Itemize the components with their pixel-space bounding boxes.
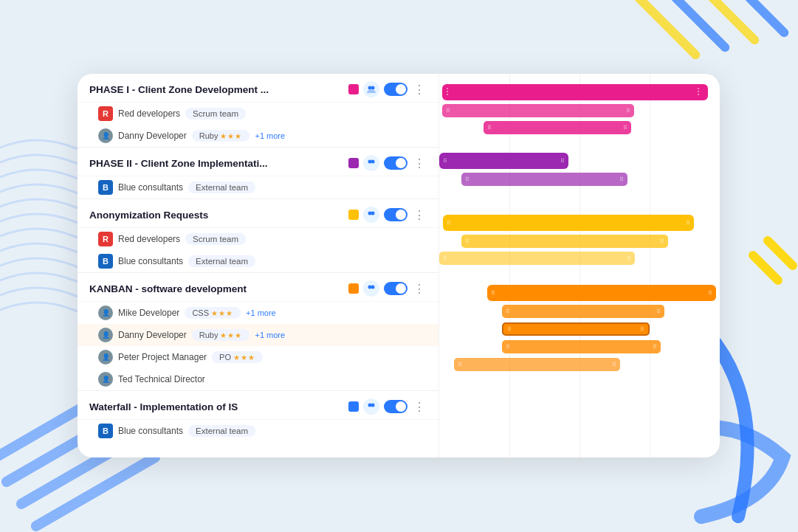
red-dev-badge: Scrum team [185,108,246,120]
phase1-bar-main [442,84,708,100]
phase1-avatar-group [363,81,379,97]
anon-menu[interactable]: ⋮ [412,208,427,222]
kanban-bar-mike: ⠿ ⠿ [502,305,664,318]
kanban-avatar-group [363,280,379,297]
danny-more-p1[interactable]: +1 more [255,131,285,140]
section-anon-header: Anonymization Requests ⋮ [78,198,438,228]
blue-cons-badge-wf: External team [188,425,255,437]
phase2-row-blue: B Blue consultants External team [78,176,438,198]
peter-avatar: 👤 [98,350,113,365]
ted-avatar: 👤 [98,372,113,387]
phase1-toggle[interactable] [384,83,407,96]
svg-rect-3 [29,450,162,532]
kanban-row-peter: 👤 Peter Project Manager PO ★★★ [78,346,438,368]
svg-rect-7 [721,0,790,39]
anon-avatar-group [363,207,379,223]
phase1-color-dot [348,84,359,94]
anon-title: Anonymization Requests [89,210,344,221]
peter-name: Peter Project Manager [118,352,207,362]
svg-point-15 [371,212,375,215]
mike-more[interactable]: +1 more [246,308,276,317]
svg-point-19 [371,404,375,407]
danny-avatar-p1: 👤 [98,128,113,143]
phase2-menu[interactable]: ⋮ [412,156,427,170]
waterfall-toggle[interactable] [384,400,407,413]
kanban-bar-peter: ⠿ ⠿ [502,340,661,353]
kanban-bar-danny: ⠿ ⠿ [502,322,650,336]
grid-line-3 [650,74,650,457]
mike-avatar: 👤 [98,305,113,320]
blue-cons-avatar-p2: B [98,180,113,195]
phase1-title: PHASE I - Client Zone Development ... [89,84,344,95]
danny-skill-p1: Ruby ★★★ [192,130,250,142]
danny-more-k[interactable]: +1 more [255,331,285,339]
waterfall-color-dot [348,401,359,412]
kanban-bar-ted: ⠿ ⠿ [454,358,620,371]
svg-point-11 [371,86,375,90]
kanban-row-mike: 👤 Mike Developer CSS ★★★ +1 more [78,302,438,324]
red-dev-badge-anon: Scrum team [185,233,246,245]
anon-bar-sub2: ⠿ ⠿ [439,252,635,265]
blue-cons-name-anon: Blue consultants [118,256,183,266]
red-dev-avatar: R [98,106,113,121]
kanban-bar-main: ⠿ ⠿ [487,285,716,301]
mike-name: Mike Developer [118,308,179,318]
gantt-panel: ⠿ ⠿ ⠿ ⠿ ⠿ ⠿ ⠿ ⠿ ⠿ ⠿ ⠿ ⠿ ⠿ ⠿ [439,74,720,457]
section-phase1-header: PHASE I - Client Zone Development ... ⋮ [78,74,438,103]
phase1-menu[interactable]: ⋮ [412,83,427,97]
svg-rect-4 [633,0,701,61]
svg-rect-9 [762,235,798,272]
svg-rect-5 [662,0,731,54]
phase2-bar-main: ⠿ ⠿ [439,153,568,169]
kanban-menu[interactable]: ⋮ [412,282,427,296]
red-dev-name-anon: Red developers [118,234,180,244]
phase1-bar-sub2: ⠿ ⠿ [484,121,631,134]
kanban-color-dot [348,283,359,294]
waterfall-menu[interactable]: ⋮ [412,400,427,414]
blue-cons-badge-anon: External team [188,255,255,267]
anon-row-red: R Red developers Scrum team [78,228,438,250]
phase2-bar-sub1: ⠿ ⠿ [461,173,627,186]
svg-rect-6 [692,0,760,46]
blue-cons-badge-p2: External team [188,182,255,193]
waterfall-avatar-group [363,398,379,415]
section-kanban-header: KANBAN - software development ⋮ [78,272,438,302]
kanban-row-danny: 👤 Danny Developer Ruby ★★★ +1 more [78,324,438,346]
blue-cons-name-p2: Blue consultants [118,182,183,193]
danny-skill-k: Ruby ★★★ [192,329,250,341]
kanban-row-ted: 👤 Ted Technical Director [78,368,438,390]
danny-avatar-k: 👤 [98,328,113,342]
svg-point-13 [371,160,375,164]
danny-name-k: Danny Developer [118,330,187,340]
anon-color-dot [348,210,359,220]
danny-name-p1: Danny Developer [118,131,187,141]
peter-skill: PO ★★★ [212,351,263,363]
svg-rect-8 [747,249,785,287]
phase2-toggle[interactable] [384,156,407,170]
red-dev-avatar-anon: R [98,232,113,246]
main-card: PHASE I - Client Zone Development ... ⋮ … [78,74,720,457]
waterfall-row-blue: B Blue consultants External team [78,420,438,442]
blue-cons-avatar-anon: B [98,254,113,269]
kanban-toggle[interactable] [384,282,407,295]
phase2-title: PHASE II - Client Zone Implementati... [89,158,344,169]
anon-bar-main: ⠿ ⠿ [443,215,694,231]
section-waterfall-header: Waterfall - Implementation of IS ⋮ [78,390,438,420]
anon-toggle[interactable] [384,208,407,221]
waterfall-title: Waterfall - Implementation of IS [89,401,344,412]
phase1-row-danny: 👤 Danny Developer Ruby ★★★ +1 more [78,125,438,147]
left-panel: PHASE I - Client Zone Development ... ⋮ … [78,74,439,457]
svg-point-17 [371,286,375,289]
section-phase2-header: PHASE II - Client Zone Implementati... ⋮ [78,147,438,176]
red-dev-name: Red developers [118,108,180,119]
mike-skill: CSS ★★★ [185,307,241,319]
blue-cons-name-wf: Blue consultants [118,426,183,436]
kanban-title: KANBAN - software development [89,283,344,294]
phase1-bar-sub1: ⠿ ⠿ [442,104,634,117]
blue-cons-avatar-wf: B [98,424,113,438]
ted-name: Ted Technical Director [118,374,205,384]
phase2-color-dot [348,158,359,168]
anon-bar-sub1: ⠿ ⠿ [461,235,668,248]
phase2-avatar-group [363,155,379,171]
phase1-row-red: R Red developers Scrum team [78,103,438,125]
